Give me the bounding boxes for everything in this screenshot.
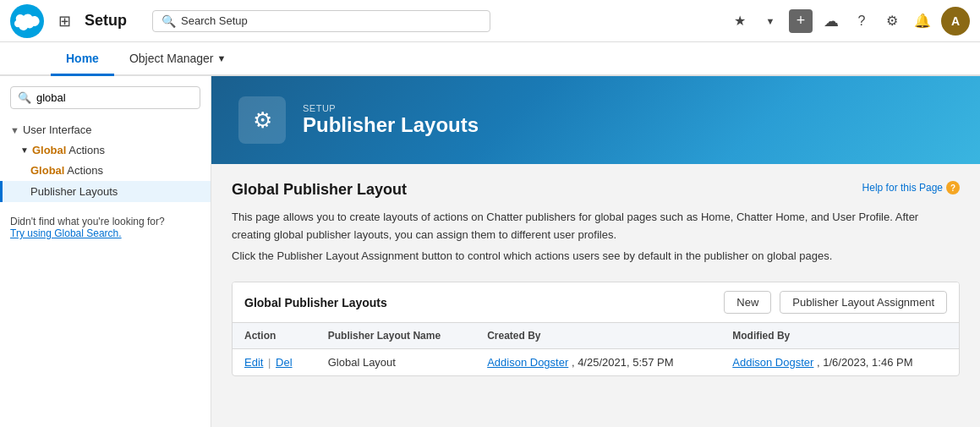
page-header-icon: ⚙	[238, 96, 286, 144]
table-header-title: Global Publisher Layouts	[244, 296, 715, 309]
top-navigation: ⊞ Setup 🔍 ★ ▼ + ☁ ? ⚙ 🔔 A	[0, 0, 980, 42]
top-nav-actions: ★ ▼ + ☁ ? ⚙ 🔔 A	[728, 7, 970, 36]
sidebar: 🔍 ▼ User Interface ▼ Global Actions Glob…	[0, 76, 211, 427]
del-link[interactable]: Del	[276, 356, 293, 369]
description-line-2: Click the Publisher Layout Assignment bu…	[232, 248, 960, 266]
salesforce-logo	[10, 4, 44, 38]
sidebar-group-user-interface: ▼ User Interface ▼ Global Actions Global…	[0, 119, 211, 202]
publisher-layout-assignment-button[interactable]: Publisher Layout Assignment	[780, 291, 947, 314]
created-date: , 4/25/2021, 5:57 PM	[572, 356, 674, 369]
page-header-title: Publisher Layouts	[303, 113, 479, 137]
search-icon: 🔍	[162, 14, 176, 28]
sidebar-search-bar[interactable]: 🔍	[10, 86, 200, 109]
col-modified-by: Modified By	[720, 323, 959, 349]
main-layout: 🔍 ▼ User Interface ▼ Global Actions Glob…	[0, 76, 980, 427]
not-found-text: Didn't find what you're looking for?	[10, 216, 200, 227]
secondary-navigation: Home Object Manager ▼	[0, 42, 980, 76]
content-area: ⚙ SETUP Publisher Layouts Help for this …	[211, 76, 980, 427]
new-button[interactable]: New	[724, 291, 771, 314]
cloud-icon[interactable]: ☁	[819, 9, 843, 33]
sidebar-item-label-global-actions: Global Actions	[30, 164, 103, 177]
object-manager-chevron: ▼	[217, 53, 227, 63]
modified-by-link[interactable]: Addison Dogster	[732, 356, 813, 369]
description-line-1: This page allows you to create layouts o…	[232, 209, 960, 244]
sidebar-sub-header-global-actions[interactable]: ▼ Global Actions	[0, 140, 211, 160]
page-header-setup-label: SETUP	[303, 103, 479, 113]
section-description: This page allows you to create layouts o…	[232, 209, 960, 265]
help-question-icon: ?	[946, 181, 960, 194]
row-action: Edit | Del	[233, 349, 316, 376]
help-icon[interactable]: ?	[850, 9, 873, 33]
row-layout-name: Global Layout	[316, 349, 475, 376]
not-found-link[interactable]: Try using Global Search.	[10, 227, 200, 239]
favorites-icon[interactable]: ★	[728, 9, 752, 33]
user-avatar[interactable]: A	[941, 7, 970, 36]
grid-icon[interactable]: ⊞	[52, 9, 76, 33]
sidebar-item-global-actions[interactable]: Global Actions	[0, 160, 211, 181]
table-header-bar: Global Publisher Layouts New Publisher L…	[233, 282, 959, 323]
sidebar-not-found: Didn't find what you're looking for? Try…	[0, 202, 211, 253]
add-icon[interactable]: +	[789, 9, 813, 33]
sidebar-group-header-user-interface[interactable]: ▼ User Interface	[0, 119, 211, 140]
publisher-layouts-table: Action Publisher Layout Name Created By …	[233, 323, 959, 375]
sidebar-search-icon: 🔍	[18, 91, 31, 104]
action-separator: |	[268, 356, 274, 369]
global-actions-chevron: ▼	[20, 145, 29, 155]
global-search-input[interactable]	[181, 14, 481, 27]
gear-icon-large: ⚙	[253, 107, 272, 134]
page-header-text: SETUP Publisher Layouts	[303, 103, 479, 137]
col-action: Action	[233, 323, 316, 349]
created-by-link[interactable]: Addison Dogster	[487, 356, 568, 369]
global-publisher-layouts-table-section: Global Publisher Layouts New Publisher L…	[232, 282, 960, 376]
sidebar-item-publisher-layouts[interactable]: Publisher Layouts	[0, 181, 211, 202]
tab-home[interactable]: Home	[51, 42, 114, 76]
setup-label: Setup	[85, 12, 127, 30]
table-header-row: Action Publisher Layout Name Created By …	[233, 323, 959, 349]
help-link-text: Help for this Page	[862, 182, 943, 194]
gear-icon[interactable]: ⚙	[880, 9, 904, 33]
sidebar-sub-label: Global Actions	[32, 144, 105, 156]
section-title: Global Publisher Layout	[232, 181, 960, 199]
sidebar-group-label: User Interface	[23, 123, 92, 136]
favorites-chevron-icon[interactable]: ▼	[758, 9, 782, 33]
row-created-by: Addison Dogster , 4/25/2021, 5:57 PM	[475, 349, 720, 376]
tab-object-manager[interactable]: Object Manager ▼	[114, 42, 242, 76]
table-row: Edit | Del Global Layout Addison Dogster…	[233, 349, 959, 376]
user-interface-chevron: ▼	[10, 125, 19, 135]
global-search-bar[interactable]: 🔍	[152, 10, 490, 32]
col-layout-name: Publisher Layout Name	[316, 323, 475, 349]
bell-icon[interactable]: 🔔	[911, 9, 934, 33]
modified-date: , 1/6/2023, 1:46 PM	[817, 356, 912, 369]
row-modified-by: Addison Dogster , 1/6/2023, 1:46 PM	[720, 349, 959, 376]
edit-link[interactable]: Edit	[244, 356, 263, 369]
help-link[interactable]: Help for this Page ?	[862, 181, 960, 194]
content-body: Help for this Page ? Global Publisher La…	[211, 164, 980, 393]
col-created-by: Created By	[475, 323, 720, 349]
sidebar-item-label-publisher-layouts: Publisher Layouts	[30, 185, 118, 198]
sidebar-sub-group-global-actions: ▼ Global Actions Global Actions Publishe…	[0, 140, 211, 202]
page-header-banner: ⚙ SETUP Publisher Layouts	[211, 76, 980, 164]
sidebar-search-input[interactable]	[36, 91, 193, 104]
